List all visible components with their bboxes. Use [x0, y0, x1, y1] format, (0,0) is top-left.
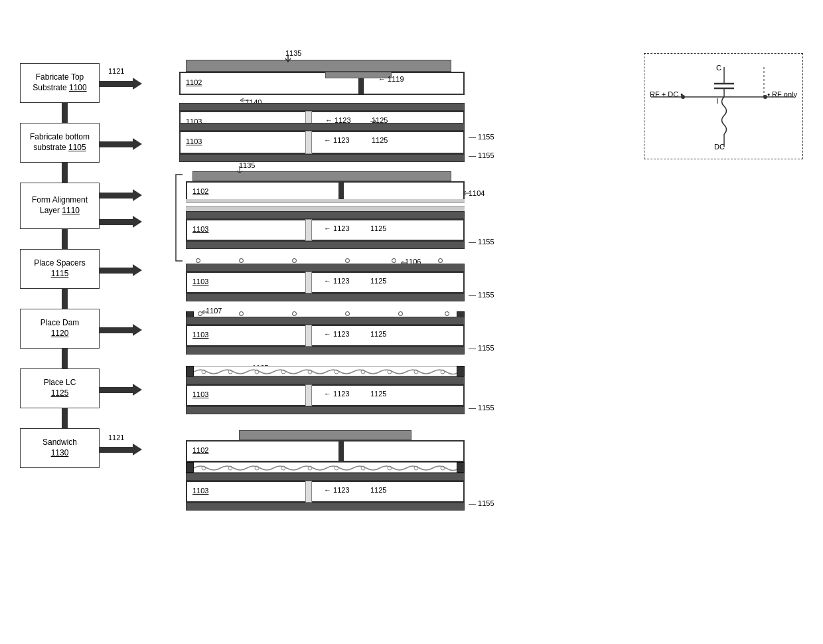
spacer-3	[292, 258, 297, 263]
label-1155-5: — 1155	[469, 344, 494, 352]
diag7-bar-1135	[239, 430, 412, 440]
step7-label: Sandwich1130	[42, 438, 77, 458]
label-1103-7: 1103	[192, 487, 208, 495]
step7-box: Sandwich1130	[20, 428, 100, 468]
diag4-bar-bottom	[186, 293, 465, 301]
label-1103-2: 1103	[186, 137, 202, 145]
step6-label: Place LC1125	[44, 378, 76, 398]
spacer5-1	[198, 311, 202, 316]
label-1155-4: — 1155	[469, 291, 494, 299]
diag7-white-patch	[305, 481, 312, 503]
label-1103-3: 1103	[192, 225, 208, 233]
spacer5-4	[345, 311, 350, 316]
lc-layer	[194, 366, 457, 376]
label-1155-7: — 1155	[469, 499, 494, 507]
diag1-bar-1135	[186, 60, 451, 72]
step2-label: Fabricate bottomsubstrate 1105	[30, 132, 90, 153]
diag5-bar-top	[186, 317, 465, 325]
label-1123-2: ← 1123	[324, 136, 350, 144]
arrow-step6	[100, 384, 142, 396]
arrow-1135-1	[281, 53, 295, 62]
step6-box: Place LC1125	[20, 368, 100, 408]
step3-label: Form AlignmentLayer 1110	[32, 195, 88, 216]
label-1123-6: ← 1123	[324, 390, 350, 398]
arrow-step5	[100, 324, 142, 336]
label-1125-3: 1125	[370, 224, 386, 232]
label-1102-3: 1102	[192, 187, 208, 195]
arrow-1135-3	[235, 165, 245, 173]
arrow-step7	[100, 443, 142, 455]
diag7-top-substrate: 1102	[186, 440, 465, 462]
diag2-substrate: 1103	[179, 131, 465, 154]
diag3-bar-1135	[192, 171, 451, 181]
label-1121-1: 1121	[108, 67, 124, 75]
spacer-4	[345, 258, 350, 263]
circuit-diagram: RF + DC • • RF only DC C I	[644, 53, 803, 159]
step3-box: Form AlignmentLayer 1110	[20, 183, 100, 229]
spacer5-2	[239, 311, 244, 316]
bracket-diag3	[173, 171, 186, 264]
diag3-white-patch	[305, 219, 312, 241]
label-1155-2: — 1155	[469, 151, 494, 159]
diag1-bot-bar-top	[179, 103, 465, 111]
diag7-bar-top	[186, 473, 465, 481]
step1-box: Fabricate TopSubstrate 1100	[20, 63, 100, 103]
step4-label: Place Spacers1115	[34, 258, 85, 279]
label-1125-4: 1125	[370, 277, 386, 285]
label-1125-5: 1125	[370, 330, 386, 338]
step5-label: Place Dam1120	[40, 318, 80, 339]
label-1155-6: — 1155	[469, 404, 494, 412]
arrow-step1	[100, 78, 142, 90]
diag6-white-patch	[305, 384, 312, 406]
label-1119-1: ← 1119	[378, 75, 404, 83]
diag6-bar-bottom	[186, 406, 465, 414]
step2-box: Fabricate bottomsubstrate 1105	[20, 123, 100, 163]
diag6-bar-top	[186, 376, 465, 384]
label-1102-1: 1102	[186, 78, 202, 86]
diag4-bar-top	[186, 264, 465, 272]
label-1123-3: ← 1123	[324, 224, 350, 232]
label-1155-3: — 1155	[469, 238, 494, 246]
dam7-left	[186, 462, 194, 473]
label-1155-1: — 1155	[469, 133, 494, 141]
label-1125-2: 1125	[372, 136, 388, 144]
spacer5-5	[398, 311, 403, 316]
circuit-svg	[644, 54, 804, 160]
diag3-align-top	[186, 199, 465, 203]
diag2-bar-top	[179, 123, 465, 131]
label-1121-7: 1121	[108, 434, 124, 442]
diag7-bar-bottom	[186, 503, 465, 511]
spacer-6	[438, 258, 443, 263]
arrow-step3a	[100, 189, 142, 201]
arrow-step4	[100, 264, 142, 276]
diag1-top-substrate: 1102	[179, 72, 465, 95]
spacer-1	[196, 258, 200, 263]
label-1125-6: 1125	[370, 390, 386, 398]
diag7-electrode	[338, 440, 344, 462]
diag2-white-patch	[305, 131, 312, 154]
diag5-white-patch	[305, 325, 312, 347]
dam6-left	[186, 366, 194, 376]
step4-box: Place Spacers1115	[20, 249, 100, 289]
diag5-bar-bottom	[186, 347, 465, 355]
label-1125-7: 1125	[370, 486, 386, 494]
label-1102-7: 1102	[192, 446, 208, 454]
label-1103-5: 1103	[192, 331, 208, 339]
lc-layer-7	[194, 462, 457, 473]
spacer5-6	[445, 311, 449, 316]
svg-point-11	[681, 95, 685, 99]
arrow-1107	[202, 309, 210, 315]
diag3-bar-top	[186, 211, 465, 219]
diag2-bar-bottom	[179, 154, 465, 162]
lc-pattern-7-svg	[194, 463, 457, 473]
dam6-right	[457, 366, 465, 376]
main-container: Fabricate TopSubstrate 1100 Fabricate bo…	[0, 0, 823, 644]
spacer-2	[239, 258, 244, 263]
step1-label: Fabricate TopSubstrate 1100	[33, 72, 86, 93]
spacer5-3	[292, 311, 297, 316]
label-1123-5: ← 1123	[324, 330, 350, 338]
label-1103-6: 1103	[192, 390, 208, 398]
lc-pattern-svg	[194, 366, 457, 376]
dam7-right	[457, 462, 465, 473]
label-1123-7: ← 1123	[324, 486, 350, 494]
